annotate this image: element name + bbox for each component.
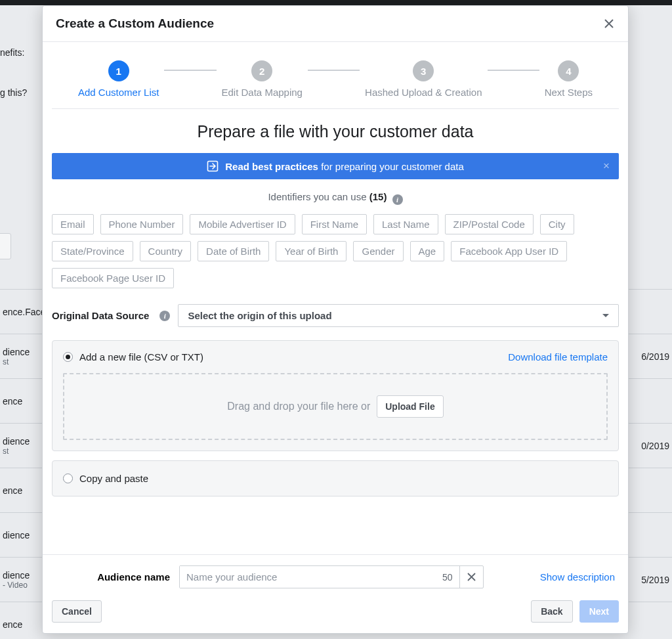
bg-dropdown-button[interactable] <box>0 233 11 259</box>
identifiers-count-label: Identifiers you can use (15) i <box>52 191 619 205</box>
step-label: Edit Data Mapping <box>222 87 303 98</box>
original-data-source-label: Original Data Source <box>52 310 149 321</box>
identifier-tag[interactable]: Last Name <box>373 214 438 234</box>
upload-file-button[interactable]: Upload File <box>377 395 443 418</box>
info-icon[interactable]: i <box>159 311 170 321</box>
identifier-tag[interactable]: Phone Number <box>100 214 184 234</box>
arrow-box-icon <box>207 160 219 172</box>
step-label: Next Steps <box>545 87 593 98</box>
step-circle: 4 <box>558 60 579 81</box>
prepare-heading: Prepare a file with your customer data <box>52 122 619 141</box>
stepper: 1Add Customer List2Edit Data Mapping3Has… <box>52 42 619 109</box>
cancel-button[interactable]: Cancel <box>52 600 102 623</box>
step-circle: 1 <box>108 60 129 81</box>
identifier-tag[interactable]: State/Province <box>52 241 133 261</box>
identifier-tags: EmailPhone NumberMobile Advertiser IDFir… <box>52 214 619 288</box>
step-circle: 3 <box>413 60 434 81</box>
identifier-tag[interactable]: Age <box>410 241 445 261</box>
step-label: Hashed Upload & Creation <box>365 87 482 98</box>
bg-left-text: nefits: g this? <box>0 46 42 126</box>
close-icon <box>603 18 615 30</box>
show-description-link[interactable]: Show description <box>540 571 615 583</box>
modal-body: 1Add Customer List2Edit Data Mapping3Has… <box>43 42 628 554</box>
step-2[interactable]: 2Edit Data Mapping <box>222 60 303 98</box>
create-custom-audience-modal: Create a Custom Audience 1Add Customer L… <box>42 5 629 634</box>
step-connector <box>488 70 539 71</box>
add-file-radio-row: Add a new file (CSV or TXT) Download fil… <box>63 351 608 363</box>
download-template-link[interactable]: Download file template <box>508 351 608 363</box>
bg-topbar <box>0 0 672 5</box>
close-button[interactable] <box>603 18 615 30</box>
audience-name-row: Audience name 50 Show description <box>52 565 619 588</box>
step-1[interactable]: 1Add Customer List <box>78 60 159 98</box>
step-connector <box>308 70 360 71</box>
identifier-tag[interactable]: Country <box>140 241 192 261</box>
identifier-tag[interactable]: ZIP/Postal Code <box>445 214 534 234</box>
audience-name-input[interactable] <box>180 566 436 588</box>
audience-name-input-wrap: 50 <box>179 565 484 588</box>
audience-name-clear-button[interactable] <box>459 566 483 588</box>
data-source-placeholder: Select the origin of this upload <box>188 310 331 321</box>
banner-dismiss-button[interactable]: × <box>603 160 610 173</box>
add-file-radio[interactable] <box>63 352 73 362</box>
add-file-label: Add a new file (CSV or TXT) <box>79 351 203 363</box>
identifier-tag[interactable]: Date of Birth <box>198 241 269 261</box>
back-button[interactable]: Back <box>531 600 572 623</box>
identifier-tag[interactable]: Gender <box>353 241 403 261</box>
identifier-tag[interactable]: City <box>540 214 574 234</box>
audience-name-char-count: 50 <box>436 566 459 588</box>
modal-header: Create a Custom Audience <box>43 6 628 42</box>
step-connector <box>164 70 216 71</box>
best-practices-banner[interactable]: Read best practices for preparing your c… <box>52 153 619 179</box>
chevron-down-icon <box>602 314 609 317</box>
info-icon[interactable]: i <box>392 194 403 205</box>
step-label: Add Customer List <box>78 87 159 98</box>
audience-name-label: Audience name <box>52 571 170 583</box>
step-3[interactable]: 3Hashed Upload & Creation <box>365 60 482 98</box>
next-button[interactable]: Next <box>579 600 619 623</box>
identifier-tag[interactable]: Year of Birth <box>276 241 346 261</box>
copy-paste-radio[interactable] <box>63 474 73 483</box>
dropzone-text: Drag and drop your file here or <box>227 401 370 412</box>
identifier-tag[interactable]: Mobile Advertiser ID <box>190 214 295 234</box>
data-source-select[interactable]: Select the origin of this upload <box>178 304 619 327</box>
copy-paste-label: Copy and paste <box>79 473 148 484</box>
modal-footer: Audience name 50 Show description Cancel… <box>43 554 628 633</box>
file-dropzone[interactable]: Drag and drop your file here or Upload F… <box>63 373 608 440</box>
banner-text: Read best practices for preparing your c… <box>225 161 464 172</box>
modal-title: Create a Custom Audience <box>56 16 214 31</box>
step-4[interactable]: 4Next Steps <box>545 60 593 98</box>
step-circle: 2 <box>251 60 272 81</box>
close-icon <box>467 573 476 581</box>
identifier-tag[interactable]: Email <box>52 214 94 234</box>
add-file-panel: Add a new file (CSV or TXT) Download fil… <box>52 340 619 451</box>
original-data-source-row: Original Data Source i Select the origin… <box>52 304 619 327</box>
identifier-tag[interactable]: Facebook Page User ID <box>52 268 174 288</box>
copy-paste-panel: Copy and paste <box>52 460 619 496</box>
identifier-tag[interactable]: Facebook App User ID <box>451 241 567 261</box>
identifier-tag[interactable]: First Name <box>302 214 367 234</box>
footer-button-row: Cancel Back Next <box>52 600 619 623</box>
